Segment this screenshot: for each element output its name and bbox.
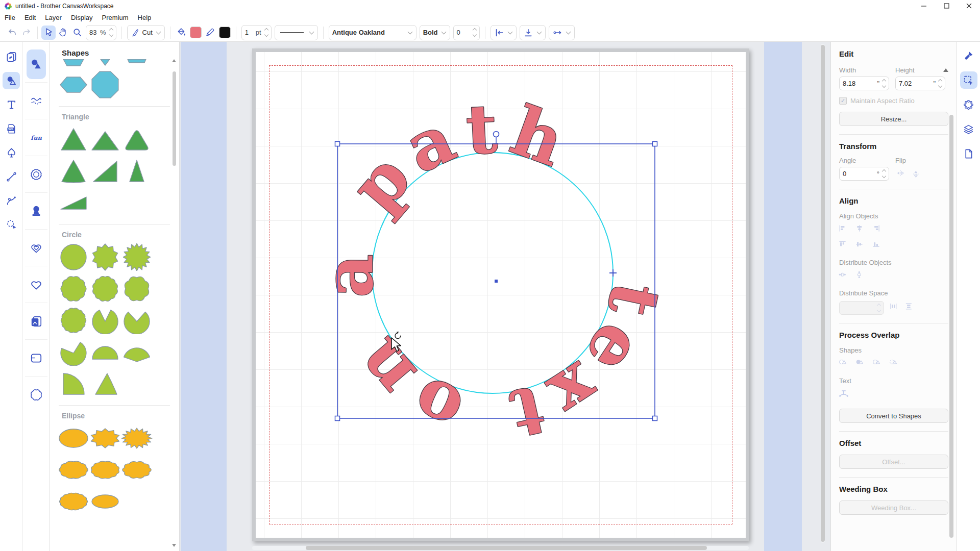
shape-eburst10[interactable] <box>89 423 121 454</box>
stamp-button[interactable] <box>25 193 47 230</box>
shape-triangle[interactable] <box>58 124 89 155</box>
divide-shapes-icon[interactable] <box>889 358 899 370</box>
artboard-grid[interactable]: text on a path <box>256 52 746 538</box>
shape-sail[interactable] <box>89 368 121 399</box>
canvas-objects[interactable]: text on a path <box>256 52 746 538</box>
selection-handle[interactable] <box>653 416 657 421</box>
menu-help[interactable]: Help <box>133 14 156 21</box>
artboard-page[interactable]: text on a path <box>252 48 749 541</box>
stroke-color-swatch[interactable] <box>219 27 231 38</box>
shape-half-circle[interactable] <box>89 337 121 367</box>
shape-quarter[interactable] <box>58 368 89 399</box>
shape-burst16[interactable] <box>121 242 153 272</box>
align-left-objects-icon[interactable] <box>838 224 848 236</box>
shape-ellipse[interactable] <box>58 423 89 454</box>
shape-right-triangle[interactable] <box>89 156 121 186</box>
zoom-level-spinner[interactable]: 83 % <box>86 25 116 40</box>
heart-button[interactable] <box>25 266 47 303</box>
shape-triangle-round[interactable] <box>121 124 153 155</box>
paint-button[interactable] <box>960 47 977 64</box>
flip-vertical-icon[interactable] <box>912 169 922 179</box>
subtract-shapes-icon[interactable] <box>855 358 865 370</box>
selection-handle[interactable] <box>335 142 340 146</box>
text-button[interactable] <box>3 96 20 113</box>
text-path-dropdown[interactable] <box>549 25 575 40</box>
svg-file-button[interactable]: SVG <box>3 120 20 137</box>
close-button[interactable] <box>958 0 980 12</box>
undo-button[interactable] <box>5 26 19 40</box>
shape-pac-wide[interactable] <box>121 305 153 336</box>
fill-color-swatch[interactable] <box>190 27 202 38</box>
scroll-down-icon[interactable] <box>172 544 176 547</box>
shape-circle[interactable] <box>58 242 89 272</box>
menu-premium[interactable]: Premium <box>97 14 133 21</box>
selection-handle[interactable] <box>653 142 657 146</box>
char-spacing-spinner[interactable]: 0 <box>453 25 480 40</box>
shape-wedge[interactable] <box>58 187 89 218</box>
zoom-tool-button[interactable] <box>70 26 84 40</box>
menu-edit[interactable]: Edit <box>20 14 40 21</box>
flower-button[interactable] <box>25 377 47 413</box>
fill-tool-button[interactable] <box>174 26 188 40</box>
height-spinner[interactable]: 7.02 " <box>895 77 945 90</box>
shape-eburst16[interactable] <box>121 423 153 454</box>
menu-file[interactable]: File <box>0 14 20 21</box>
shape-partial-trapezoid[interactable] <box>58 59 89 68</box>
trace-button[interactable] <box>3 216 20 233</box>
resize-button[interactable]: Resize... <box>839 112 948 126</box>
menu-layer[interactable]: Layer <box>40 14 66 21</box>
align-center-vertical-icon[interactable] <box>855 224 865 236</box>
shape-fan[interactable] <box>121 337 153 367</box>
redo-button[interactable] <box>19 26 34 40</box>
selection-handle[interactable] <box>335 416 340 421</box>
width-spinner[interactable]: 8.18 " <box>839 77 889 90</box>
shape-partial-star[interactable] <box>89 59 121 68</box>
shape-triangle-curved[interactable] <box>58 156 89 186</box>
vertical-align-dropdown[interactable] <box>520 25 546 40</box>
shapes-button[interactable] <box>3 72 20 89</box>
shape-triangle-slim[interactable] <box>121 156 153 186</box>
nested-heart-button[interactable] <box>25 230 47 266</box>
space-horizontal-icon[interactable] <box>889 302 899 314</box>
align-right-objects-icon[interactable] <box>872 224 882 236</box>
shape-hexagon[interactable] <box>58 69 89 100</box>
shape-burst10[interactable] <box>89 242 121 272</box>
stroke-tool-button[interactable] <box>203 26 217 40</box>
convert-to-shapes-button[interactable]: Convert to Shapes <box>839 409 948 423</box>
canvas-vscrollbar[interactable] <box>821 44 825 543</box>
shape-scallop10[interactable] <box>58 273 89 304</box>
font-weight-dropdown[interactable]: Bold <box>420 25 450 40</box>
distribute-vertical-icon[interactable] <box>855 270 865 282</box>
distribute-horizontal-icon[interactable] <box>838 270 848 282</box>
shape-eruffle[interactable] <box>58 486 89 517</box>
basic-shapes-button[interactable] <box>25 46 47 83</box>
minimize-button[interactable] <box>913 0 935 12</box>
shape-notch-leaf[interactable] <box>58 337 89 367</box>
canvas-hscrollbar[interactable] <box>252 546 749 550</box>
maximize-button[interactable] <box>935 0 958 12</box>
edit-select-button[interactable] <box>960 71 977 89</box>
horizontal-align-dropdown[interactable] <box>491 25 517 40</box>
select-tool-button[interactable] <box>41 26 56 40</box>
space-vertical-icon[interactable] <box>904 302 915 314</box>
text-on-path-tool-icon[interactable] <box>838 389 849 402</box>
align-top-objects-icon[interactable] <box>838 240 848 252</box>
shapes-panel-scrollbar[interactable] <box>172 63 177 541</box>
cut-mode-dropdown[interactable]: Cut <box>127 25 165 40</box>
shape-ecloud[interactable] <box>121 455 153 485</box>
collapse-section-icon[interactable] <box>943 68 948 72</box>
line-tool-button[interactable] <box>3 168 20 185</box>
intersect-shapes-icon[interactable] <box>872 358 882 370</box>
flip-horizontal-icon[interactable] <box>895 169 905 179</box>
shape-pac-narrow[interactable] <box>89 305 121 336</box>
draw-tool-button[interactable] <box>3 192 20 209</box>
shape-escallop10[interactable] <box>58 455 89 485</box>
menu-display[interactable]: Display <box>66 14 97 21</box>
shape-partial-bar[interactable] <box>121 59 153 68</box>
canvas-area[interactable]: text on a path <box>180 42 830 551</box>
word-art-button[interactable]: fun <box>25 119 47 156</box>
shape-escallop12[interactable] <box>89 455 121 485</box>
stroke-width-spinner[interactable]: 1 pt <box>241 25 272 40</box>
shape-flower8[interactable] <box>121 273 153 304</box>
scroll-up-icon[interactable] <box>172 59 176 62</box>
